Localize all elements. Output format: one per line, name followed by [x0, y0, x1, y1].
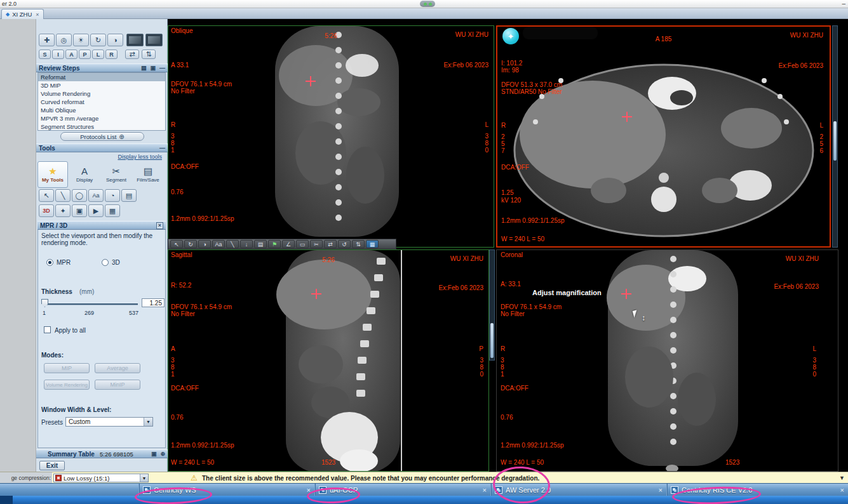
taskbar-close-icon[interactable]: ×	[307, 486, 311, 494]
exit-button[interactable]: Exit	[39, 461, 65, 470]
presets-select[interactable]: Custom ▼	[65, 417, 153, 427]
cut-tool-icon[interactable]: ✂	[310, 240, 323, 248]
letter-button-s[interactable]: S	[39, 50, 51, 59]
tab-close-icon[interactable]: ×	[36, 11, 39, 18]
ai-assistant-icon[interactable]: ✦	[502, 28, 519, 44]
rotate-tool-icon[interactable]: ↻	[90, 34, 106, 46]
thickness-value[interactable]: 1.25	[142, 298, 165, 307]
protocols-list-button[interactable]: Protocols List ⊕	[60, 132, 144, 141]
cine-play-icon[interactable]: ▶	[88, 204, 104, 217]
film-tool-icon[interactable]: ▤	[254, 240, 267, 248]
collapse-icon[interactable]: —	[159, 65, 165, 71]
tile-display[interactable]: A Display	[69, 161, 100, 188]
letter-button-l[interactable]: L	[92, 50, 104, 59]
step-3d-mip[interactable]: 3D MIP	[38, 81, 165, 90]
summary-popout-icon[interactable]: ▣	[151, 451, 157, 457]
ellipse-tool-icon[interactable]: ◯	[72, 189, 87, 202]
window-level-icon[interactable]: ☀	[73, 34, 89, 46]
mpr-radio[interactable]	[46, 259, 53, 266]
status-dropdown-icon[interactable]: ▼	[839, 475, 845, 481]
pan-tool-icon[interactable]: ✚	[39, 34, 55, 46]
tile-my-tools[interactable]: ★ My Tools	[37, 161, 68, 188]
rotate-tool-icon[interactable]: ↻	[184, 240, 197, 248]
line-tool-icon[interactable]: ╲	[55, 189, 71, 202]
layout-grid-icon[interactable]: ▦	[366, 240, 379, 248]
mip-button[interactable]: MIP	[44, 363, 90, 373]
compression-select[interactable]: Low Lossy (15:1) ▼	[53, 474, 149, 482]
summary-plus-icon[interactable]: ⊕	[160, 451, 165, 457]
taskbar-item-aw-server[interactable]: AW Server 2.0 ×	[490, 484, 666, 496]
3d-radio[interactable]	[102, 259, 109, 266]
mpr-close-icon[interactable]: ×	[156, 222, 163, 229]
minip-button[interactable]: MinIP	[95, 380, 140, 390]
thickness-slider-track[interactable]	[43, 303, 138, 305]
sagittal-scrollbar-thumb[interactable]	[490, 323, 494, 358]
grid-tool-icon[interactable]: ▦	[105, 204, 120, 217]
pointer-tool-icon[interactable]: ↖	[170, 240, 183, 248]
letter-button-p[interactable]: P	[79, 50, 91, 59]
magic-wand-icon[interactable]: ✦	[55, 204, 71, 217]
apply-all-checkbox[interactable]	[44, 326, 51, 333]
invert-tool-icon[interactable]: ◑	[107, 34, 123, 46]
step-reformat[interactable]: Reformat	[38, 73, 165, 81]
taskbar-item-centricity-ws[interactable]: Centricity WS ×	[138, 484, 314, 496]
flip-vertical-icon[interactable]: ⇅	[142, 50, 156, 59]
top-center-icon	[420, 1, 435, 7]
camera-icon[interactable]: ▣	[150, 65, 156, 71]
image-number: 1523	[725, 459, 739, 466]
modes-label: Modes:	[41, 352, 64, 359]
3d-glasses-icon[interactable]: 3D	[39, 204, 54, 217]
presets-dropdown-icon[interactable]: ▼	[144, 418, 152, 426]
display-less-tools-link[interactable]: Display less tools	[118, 154, 162, 160]
axial-scrollbar-thumb[interactable]	[833, 121, 837, 161]
image-tool-icon[interactable]: ▣	[72, 204, 87, 217]
flag-tool-icon[interactable]: ⚑	[268, 240, 281, 248]
patient-tab[interactable]: ◆ XI ZHU ×	[1, 9, 44, 19]
text-tool-icon[interactable]: Aa	[88, 189, 104, 202]
film-tool-icon[interactable]: ▤	[121, 189, 137, 202]
viewport-oblique[interactable]: Oblique 5:26 WU XI ZHU A 33.1 Ex:Feb 06 …	[168, 25, 494, 248]
contrast-tool-icon[interactable]: ◑	[198, 240, 211, 248]
step-segment-structures[interactable]: Segment Structures	[38, 123, 165, 131]
viewport-axial[interactable]: ✦ A 185 WU XI ZHU I: 101.2 Im: 98 Ex:Feb…	[496, 25, 831, 248]
step-mpvr-average[interactable]: MPVR 3 mm Average	[38, 114, 165, 123]
roi-tool-icon[interactable]: ▭	[296, 240, 309, 248]
tile-segment[interactable]: ✂ Segment	[101, 161, 131, 188]
letter-button-a[interactable]: A	[65, 50, 77, 59]
minimize-icon[interactable]: –	[842, 0, 845, 7]
zoom-tool-icon[interactable]: ◎	[56, 34, 72, 46]
layout-preview-button-2[interactable]	[145, 34, 163, 46]
taskbar-close-icon[interactable]: ×	[483, 486, 487, 494]
taskbar-item-centricity-ris[interactable]: Centricity RIS CE V2.0 ×	[666, 484, 848, 496]
axial-scrollbar[interactable]	[832, 25, 838, 248]
annotate-tool-icon[interactable]: Aa	[212, 240, 225, 248]
taskbar-item-uai-ocr[interactable]: uAI-OCR ×	[314, 484, 490, 496]
letter-button-r[interactable]: R	[105, 50, 118, 59]
film-icon[interactable]: ▤	[141, 65, 147, 71]
cursor-tool-icon[interactable]: ↖	[39, 189, 54, 202]
angle-tool-icon[interactable]: ∠	[282, 240, 295, 248]
letter-button-i[interactable]: I	[52, 50, 64, 59]
link-tool-icon[interactable]: ⇄	[324, 240, 337, 248]
average-button[interactable]: Average	[95, 363, 140, 373]
sagittal-scrollbar[interactable]	[489, 249, 495, 361]
taskbar-close-icon[interactable]: ×	[659, 486, 663, 494]
layout-preview-button-1[interactable]	[126, 34, 144, 46]
tile-film-save[interactable]: ▤ Film/Save	[133, 161, 163, 188]
scale-left: 2 5 7	[501, 133, 505, 154]
compression-dropdown-icon[interactable]: ▼	[140, 474, 148, 482]
step-multi-oblique[interactable]: Multi Oblique	[38, 106, 165, 114]
tools-collapse-icon[interactable]: —	[159, 145, 165, 151]
swap-tool-icon[interactable]: ⇅	[352, 240, 365, 248]
taskbar-close-icon[interactable]: ×	[840, 486, 844, 494]
viewport-sagittal[interactable]: Sagittal 5:26 WU XI ZHU R: 52.2 Ex:Feb 0…	[168, 249, 489, 472]
step-volume-rendering[interactable]: Volume Rendering	[38, 90, 165, 98]
step-curved-reformat[interactable]: Curved reformat	[38, 98, 165, 106]
viewport-coronal[interactable]: Coronal WU XI ZHU A: 33.1 Adjust magnifi…	[496, 249, 838, 472]
reset-tool-icon[interactable]: ↺	[338, 240, 351, 248]
pie-tool-icon[interactable]: ◔	[105, 189, 120, 202]
save-tool-icon[interactable]: ↓	[240, 240, 253, 248]
flip-horizontal-icon[interactable]: ⇄	[125, 50, 139, 59]
volume-rendering-button[interactable]: Volume Rendering	[44, 380, 90, 390]
line-tool-icon[interactable]: ╲	[226, 240, 239, 248]
